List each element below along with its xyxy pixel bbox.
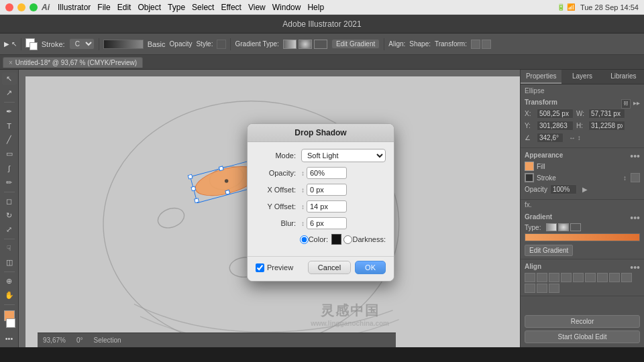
linear-type-btn[interactable] bbox=[546, 223, 557, 231]
main-toolbar: ▶ ↖ Stroke: C Basic Opacity Style: Gradi… bbox=[0, 34, 644, 55]
align-center-h-btn[interactable] bbox=[537, 273, 547, 282]
menubar-left: Ai bbox=[5, 3, 50, 12]
canvas-area[interactable]: 灵感中国 www.lingganochina.com Drop Shadow M… bbox=[19, 70, 520, 347]
type-tool-btn[interactable]: T bbox=[2, 119, 17, 132]
distribute-bottom-btn[interactable] bbox=[549, 284, 559, 293]
distribute-center-h-btn[interactable] bbox=[609, 273, 620, 282]
pencil-tool-btn[interactable]: ✏ bbox=[2, 176, 17, 189]
hand-tool-btn[interactable]: ✋ bbox=[2, 289, 17, 302]
blur-row: Blur: ↕ bbox=[256, 217, 386, 229]
opacity-input[interactable] bbox=[307, 167, 347, 179]
stroke-arrows[interactable]: ↕ bbox=[623, 174, 627, 182]
y-offset-input[interactable] bbox=[307, 200, 347, 213]
dialog-body: Mode: NormalMultiplyScreenOverlaySoft Li… bbox=[248, 142, 394, 256]
transform-w-input[interactable] bbox=[588, 109, 625, 119]
color-swatch[interactable] bbox=[331, 234, 341, 245]
eraser-tool-btn[interactable]: ◻ bbox=[2, 195, 17, 208]
mode-dropdown[interactable]: NormalMultiplyScreenOverlaySoft LightHar… bbox=[301, 149, 386, 162]
x-offset-input[interactable] bbox=[307, 184, 347, 196]
menu-illustrator[interactable]: Illustrator bbox=[58, 3, 91, 12]
transform-icon-1[interactable] bbox=[471, 40, 480, 49]
distribute-left-btn[interactable] bbox=[597, 273, 608, 282]
statusbar: 93,67% 0° Selection bbox=[38, 333, 396, 347]
appearance-more-btn[interactable]: ••• bbox=[630, 151, 640, 162]
stroke-end-cap[interactable] bbox=[631, 173, 640, 182]
menu-object[interactable]: Object bbox=[138, 3, 161, 12]
tab-layers[interactable]: Layers bbox=[561, 70, 602, 84]
transform-h-input[interactable] bbox=[588, 121, 625, 131]
stroke-dropdown[interactable]: C bbox=[69, 38, 95, 50]
menu-edit[interactable]: Edit bbox=[117, 3, 131, 12]
align-bottom-btn[interactable] bbox=[585, 273, 596, 282]
menu-help[interactable]: Help bbox=[307, 3, 324, 12]
maximize-window-btn[interactable] bbox=[30, 3, 38, 11]
tab-title: Untitled-18* @ 93,67 % (CMYK/Preview) bbox=[15, 59, 137, 66]
global-edit-btn[interactable]: Start Global Edit bbox=[525, 330, 640, 343]
opacity-row: Opacity: ↕ bbox=[256, 167, 386, 179]
shape-tool-btn[interactable]: ▭ bbox=[2, 147, 17, 160]
align-top-btn[interactable] bbox=[561, 273, 572, 282]
align-left-btn[interactable] bbox=[525, 273, 535, 282]
transform-more-icon[interactable]: ▸▸ bbox=[633, 99, 640, 109]
edit-gradient-btn[interactable]: Edit Gradient bbox=[331, 39, 380, 49]
tab-close-icon[interactable]: × bbox=[9, 59, 13, 66]
opacity-arrow[interactable]: ▶ bbox=[582, 186, 588, 193]
cancel-button[interactable]: Cancel bbox=[308, 261, 351, 274]
document-tab[interactable]: × Untitled-18* @ 93,67 % (CMYK/Preview) bbox=[3, 57, 143, 68]
distribute-center-v-btn[interactable] bbox=[537, 284, 547, 293]
gradient-tool-btn[interactable]: ◫ bbox=[2, 256, 17, 269]
direct-select-tool-btn[interactable]: ↗ bbox=[2, 86, 17, 99]
radial-type-btn[interactable] bbox=[558, 223, 569, 231]
blur-input[interactable] bbox=[307, 217, 347, 229]
background-swatch[interactable] bbox=[6, 318, 15, 328]
minimize-window-btn[interactable] bbox=[17, 3, 25, 11]
select-tool-btn[interactable]: ↖ bbox=[2, 72, 17, 85]
menu-type[interactable]: Type bbox=[168, 3, 185, 12]
radial-gradient-btn[interactable] bbox=[299, 40, 312, 49]
freeform-gradient-btn[interactable] bbox=[314, 40, 327, 49]
preview-checkbox[interactable] bbox=[256, 263, 264, 272]
tab-properties[interactable]: Properties bbox=[521, 70, 561, 84]
recolor-btn[interactable]: Recolor bbox=[525, 315, 640, 328]
tool-separator-5 bbox=[4, 304, 15, 305]
menu-select[interactable]: Select bbox=[192, 3, 214, 12]
transform-link-icon[interactable]: ⛓ bbox=[621, 99, 631, 109]
scale-tool-btn[interactable]: ⤢ bbox=[2, 223, 17, 236]
opacity-input[interactable] bbox=[550, 184, 577, 194]
transform-angle-input[interactable] bbox=[537, 133, 564, 143]
close-window-btn[interactable] bbox=[5, 3, 13, 11]
distribute-top-btn[interactable] bbox=[525, 284, 535, 293]
separator-4 bbox=[384, 38, 384, 50]
align-center-v-btn[interactable] bbox=[573, 273, 584, 282]
pen-tool-btn[interactable]: ✒ bbox=[2, 105, 17, 118]
fill-swatch[interactable] bbox=[525, 162, 534, 171]
brush-tool-btn[interactable]: ∫ bbox=[2, 162, 17, 175]
line-tool-btn[interactable]: ╱ bbox=[2, 133, 17, 146]
menu-view[interactable]: View bbox=[248, 3, 266, 12]
linear-gradient-btn[interactable] bbox=[283, 40, 297, 49]
menu-file[interactable]: File bbox=[97, 3, 110, 12]
drop-shadow-dialog[interactable]: Drop Shadow Mode: NormalMultiplyScreenOv… bbox=[247, 123, 394, 282]
rotate-tool-btn[interactable]: ↻ bbox=[2, 209, 17, 222]
transform-icon-2[interactable] bbox=[482, 40, 491, 49]
ok-button[interactable]: OK bbox=[355, 261, 386, 274]
transform-y-input[interactable] bbox=[537, 121, 574, 131]
edit-gradient-panel-btn[interactable]: Edit Gradient bbox=[525, 245, 573, 256]
align-right-btn[interactable] bbox=[549, 273, 559, 282]
eyedropper-tool-btn[interactable]: ☟ bbox=[2, 242, 17, 255]
menu-effect[interactable]: Effect bbox=[221, 3, 241, 12]
zoom-tool-btn[interactable]: ⊕ bbox=[2, 275, 17, 288]
color-radio[interactable] bbox=[300, 235, 309, 244]
align-more-btn[interactable]: ••• bbox=[630, 262, 640, 273]
darkness-radio[interactable] bbox=[343, 235, 352, 244]
stroke-swatch[interactable] bbox=[525, 173, 534, 182]
opacity-label: Opacity: bbox=[256, 169, 301, 177]
more-tools-btn[interactable]: ••• bbox=[2, 332, 17, 345]
distribute-right-btn[interactable] bbox=[621, 273, 632, 282]
color-swatches bbox=[3, 310, 15, 328]
menu-window[interactable]: Window bbox=[272, 3, 301, 12]
gradient-more-btn[interactable]: ••• bbox=[630, 213, 640, 223]
freeform-type-btn[interactable] bbox=[570, 223, 581, 231]
transform-x-input[interactable] bbox=[537, 109, 574, 119]
tab-libraries[interactable]: Libraries bbox=[603, 70, 644, 84]
